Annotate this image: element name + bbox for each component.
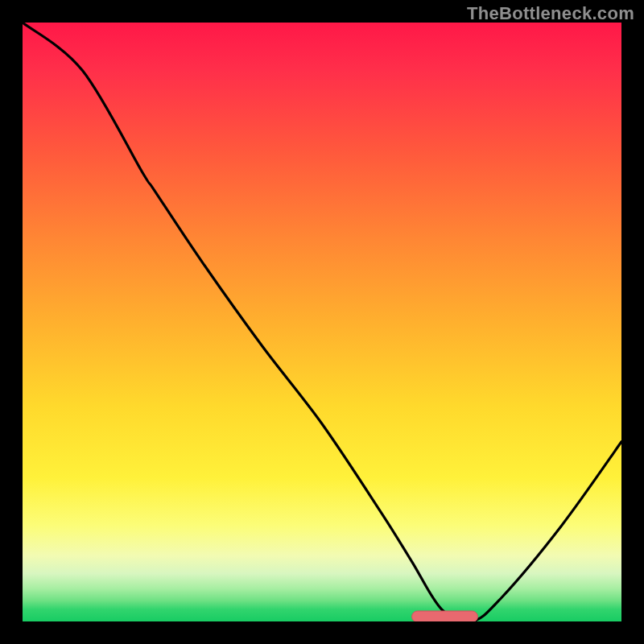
plot-area: [23, 23, 621, 621]
optimal-range-bar: [23, 23, 621, 621]
watermark: TheBottleneck.com: [467, 3, 634, 24]
svg-rect-0: [412, 611, 478, 621]
chart-frame: TheBottleneck.com: [0, 0, 644, 644]
